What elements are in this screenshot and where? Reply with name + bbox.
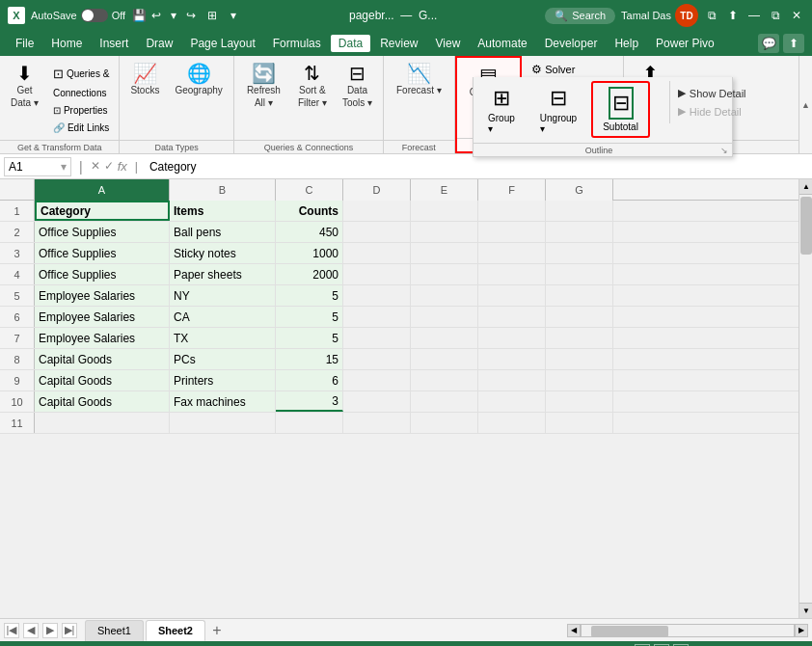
- cell-g3[interactable]: [546, 243, 613, 263]
- outline-resize-icon[interactable]: ↘: [720, 146, 728, 155]
- cell-d11[interactable]: [343, 413, 411, 433]
- cell-b9[interactable]: Printers: [170, 370, 276, 390]
- cell-g5[interactable]: [546, 285, 613, 306]
- close-button[interactable]: ✕: [789, 8, 804, 23]
- cell-f11[interactable]: [478, 413, 546, 433]
- cell-b4[interactable]: Paper sheets: [170, 264, 276, 284]
- scroll-right-button[interactable]: ▶: [795, 624, 808, 637]
- cell-e9[interactable]: [411, 370, 478, 390]
- horizontal-scrollbar[interactable]: ◀ ▶: [567, 624, 808, 637]
- cell-b10[interactable]: Fax machines: [170, 391, 276, 412]
- menu-power-pivot[interactable]: Power Pivo: [648, 35, 722, 52]
- tab-prev-button[interactable]: ◀: [23, 623, 39, 638]
- h-scrollbar-thumb[interactable]: [591, 626, 668, 637]
- cell-c7[interactable]: 5: [276, 328, 343, 348]
- edit-links-button[interactable]: 🔗 Edit Links: [47, 120, 115, 136]
- cell-a3[interactable]: Office Supplies: [35, 243, 170, 263]
- cell-c4[interactable]: 2000: [276, 264, 343, 284]
- cell-c1[interactable]: Counts: [276, 201, 343, 221]
- cell-b7[interactable]: TX: [170, 328, 276, 348]
- save-button[interactable]: 💾: [131, 8, 147, 23]
- cell-g9[interactable]: [546, 370, 613, 390]
- menu-page-layout[interactable]: Page Layout: [182, 35, 262, 52]
- cell-b1[interactable]: Items: [170, 201, 276, 221]
- cell-c2[interactable]: 450: [276, 222, 343, 242]
- geography-button[interactable]: 🌐 Geography: [168, 60, 229, 99]
- queries-button[interactable]: ⊡ Queries &: [47, 64, 115, 84]
- cell-f5[interactable]: [478, 285, 546, 306]
- cell-d3[interactable]: [343, 243, 411, 263]
- tab-last-button[interactable]: ▶|: [62, 623, 77, 638]
- share-btn[interactable]: ⬆: [783, 34, 804, 53]
- forecast-button[interactable]: 📉 Forecast ▾: [388, 60, 450, 99]
- cell-d9[interactable]: [343, 370, 411, 390]
- cell-g11[interactable]: [546, 413, 613, 433]
- cell-d4[interactable]: [343, 264, 411, 284]
- cell-g7[interactable]: [546, 328, 613, 348]
- cell-e4[interactable]: [411, 264, 478, 284]
- cell-d2[interactable]: [343, 222, 411, 242]
- col-header-f[interactable]: F: [478, 179, 546, 201]
- cell-d5[interactable]: [343, 285, 411, 306]
- minimize-button[interactable]: —: [746, 8, 762, 23]
- cell-f6[interactable]: [478, 307, 546, 327]
- tab-first-button[interactable]: |◀: [4, 623, 19, 638]
- user-avatar[interactable]: TD: [675, 4, 698, 27]
- cell-b2[interactable]: Ball pens: [170, 222, 276, 242]
- cell-e8[interactable]: [411, 349, 478, 369]
- cell-f1[interactable]: [478, 201, 546, 221]
- col-header-d[interactable]: D: [343, 179, 411, 201]
- cell-e2[interactable]: [411, 222, 478, 242]
- cell-c3[interactable]: 1000: [276, 243, 343, 263]
- sheet-tab-1[interactable]: Sheet1: [85, 620, 144, 641]
- cell-b8[interactable]: PCs: [170, 349, 276, 369]
- cell-b5[interactable]: NY: [170, 285, 276, 306]
- sort-filter-button[interactable]: ⇅ Sort & Filter ▾: [291, 60, 334, 112]
- scroll-down-button[interactable]: ▼: [799, 603, 812, 618]
- cell-e11[interactable]: [411, 413, 478, 433]
- redo-button[interactable]: ↪: [183, 8, 199, 23]
- properties-button[interactable]: ⊡ Properties: [47, 102, 115, 119]
- cell-a6[interactable]: Employee Salaries: [35, 307, 170, 327]
- menu-developer[interactable]: Developer: [537, 35, 606, 52]
- comments-button[interactable]: 💬: [758, 34, 779, 53]
- autosave-toggle[interactable]: [81, 9, 108, 22]
- cell-a5[interactable]: Employee Salaries: [35, 285, 170, 306]
- cell-c5[interactable]: 5: [276, 285, 343, 306]
- connections-button[interactable]: Connections: [47, 85, 115, 101]
- cell-a11[interactable]: [35, 413, 170, 433]
- menu-help[interactable]: Help: [607, 35, 646, 52]
- menu-file[interactable]: File: [8, 35, 41, 52]
- cell-f8[interactable]: [478, 349, 546, 369]
- formula-cancel-icon[interactable]: ✕: [91, 159, 100, 174]
- cell-a4[interactable]: Office Supplies: [35, 264, 170, 284]
- col-header-a[interactable]: A: [35, 179, 170, 201]
- cell-b6[interactable]: CA: [170, 307, 276, 327]
- menu-data[interactable]: Data: [331, 35, 370, 52]
- cell-a2[interactable]: Office Supplies: [35, 222, 170, 242]
- ribbon-collapse-button[interactable]: ▲: [798, 56, 812, 153]
- cell-b3[interactable]: Sticky notes: [170, 243, 276, 263]
- formula-input[interactable]: [146, 160, 808, 174]
- cell-g4[interactable]: [546, 264, 613, 284]
- formula-function-icon[interactable]: fx: [118, 159, 127, 174]
- menu-review[interactable]: Review: [372, 35, 425, 52]
- undo-dropdown[interactable]: ▾: [166, 8, 181, 23]
- customize-button[interactable]: ⊞: [204, 8, 220, 23]
- cell-e3[interactable]: [411, 243, 478, 263]
- sheet-tab-2[interactable]: Sheet2: [146, 620, 205, 641]
- ungroup-button[interactable]: ⊟ Ungroup ▾: [529, 81, 587, 139]
- menu-insert[interactable]: Insert: [92, 35, 136, 52]
- cell-a8[interactable]: Capital Goods: [35, 349, 170, 369]
- share-button[interactable]: ⬆: [725, 8, 741, 23]
- cell-c10[interactable]: 3: [276, 391, 343, 412]
- group-button[interactable]: ⊞ Group ▾: [477, 81, 526, 139]
- cell-f10[interactable]: [478, 391, 546, 412]
- scroll-left-button[interactable]: ◀: [567, 624, 581, 637]
- subtotal-button[interactable]: ⊟ Subtotal: [591, 81, 650, 138]
- cell-a1[interactable]: Category: [35, 201, 170, 221]
- cell-g1[interactable]: [546, 201, 613, 221]
- show-detail-button[interactable]: ▶ Show Detail: [674, 85, 750, 101]
- ribbon-toggle[interactable]: ⧉: [704, 8, 719, 23]
- cell-d7[interactable]: [343, 328, 411, 348]
